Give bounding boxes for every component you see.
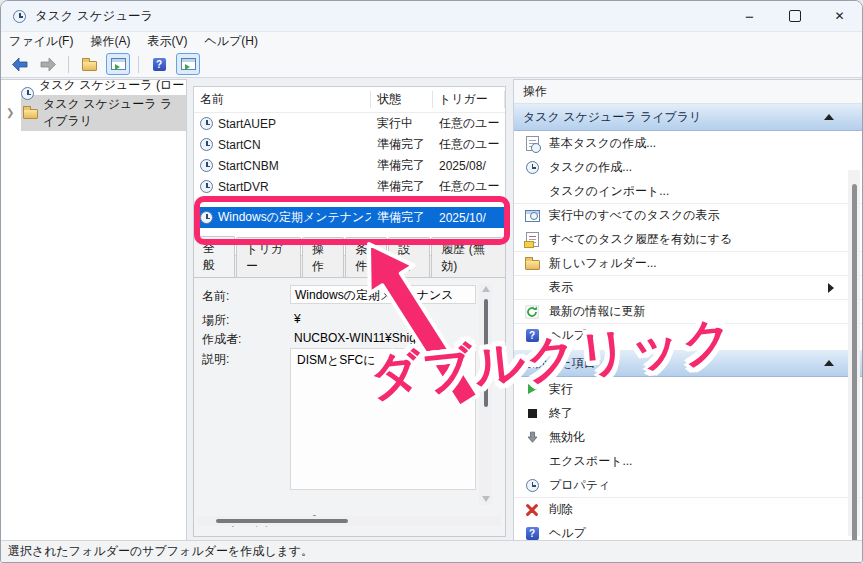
task-icon [200, 159, 213, 172]
tab-actions[interactable]: 操作 [302, 237, 344, 278]
task-row[interactable]: StartAUEP 実行中 任意のユー [194, 113, 505, 134]
action-properties[interactable]: プロパティ [514, 473, 862, 497]
action-refresh[interactable]: 最新の情報に更新 [514, 299, 862, 323]
action-end[interactable]: 終了 [514, 401, 862, 425]
task-details-pane: 全般 トリガー 操作 条件 設定 履歴 (無効) 名前: Windowsの定期メ… [193, 256, 506, 537]
menu-file[interactable]: ファイル(F) [9, 33, 73, 50]
actions-section-selected-header[interactable]: 選択した項目 [514, 350, 862, 377]
action-label: 最新の情報に更新 [549, 303, 646, 320]
menu-action[interactable]: 操作(A) [90, 33, 130, 50]
show-console-tree-button[interactable] [106, 53, 130, 75]
task-status: 実行中 [371, 115, 433, 132]
task-row-selected[interactable]: Windowsの定期メンテナンス 準備完了 2025/10/ [194, 207, 505, 228]
description-value[interactable]: DISMとSFCに [290, 348, 476, 490]
action-help-library[interactable]: ヘルプ [514, 323, 862, 347]
action-label: 無効化 [549, 429, 585, 446]
author-label: 作成者: [202, 331, 241, 348]
scrollbar-thumb[interactable] [216, 519, 348, 523]
description-label: 説明: [202, 351, 229, 368]
task-row[interactable]: StartDVR 準備完了 任意のユー [194, 176, 505, 197]
action-import-task[interactable]: タスクのインポート... [514, 179, 862, 203]
scroll-down-icon[interactable] [482, 496, 490, 502]
window-title: タスク スケジューラ [35, 8, 153, 25]
menu-bar: ファイル(F) 操作(A) 表示(V) ヘルプ(H) [1, 31, 862, 51]
show-action-pane-button[interactable] [176, 53, 200, 75]
task-row[interactable]: StartCN 準備完了 任意のユー [194, 134, 505, 155]
task-name: StartCNBM [218, 159, 279, 173]
actions-scrollbar[interactable] [848, 170, 860, 536]
action-delete[interactable]: 削除 [514, 497, 862, 521]
action-export[interactable]: エクスポート... [514, 449, 862, 473]
column-header-trigger[interactable]: トリガー [433, 91, 505, 108]
action-label: タスクの作成... [549, 159, 632, 176]
end-icon [528, 409, 537, 418]
action-disable[interactable]: 無効化 [514, 425, 862, 449]
maximize-button[interactable] [772, 1, 817, 31]
action-label: 実行中のすべてのタスクの表示 [549, 207, 720, 224]
status-bar: 選択されたフォルダーのサブフォルダーを作成します。 [1, 540, 862, 562]
menu-help[interactable]: ヘルプ(H) [204, 33, 258, 50]
section-header-label: 選択した項目 [523, 355, 596, 372]
close-button[interactable] [817, 1, 862, 31]
disable-icon [526, 430, 539, 444]
column-header-status[interactable]: 状態 [371, 91, 433, 108]
action-enable-task-history[interactable]: すべてのタスク履歴を有効にする [514, 227, 862, 251]
column-header-name[interactable]: 名前 [194, 91, 371, 108]
tree-item-library[interactable]: ❯ タスク スケジューラ ライブラリ [1, 103, 186, 122]
scrollbar-thumb[interactable] [852, 184, 857, 540]
forward-button[interactable] [36, 53, 60, 75]
tab-conditions[interactable]: 条件 [345, 237, 387, 278]
task-trigger: 2025/08/ [433, 159, 505, 173]
actions-pane-title: 操作 [514, 80, 862, 104]
back-button[interactable] [7, 53, 31, 75]
tab-general[interactable]: 全般 [193, 236, 235, 279]
create-task-icon [526, 161, 539, 174]
action-label: 削除 [549, 501, 573, 518]
action-view[interactable]: 表示 [514, 275, 862, 299]
tab-settings[interactable]: 設定 [388, 237, 430, 278]
action-create-basic-task[interactable]: 基本タスクの作成... [514, 131, 862, 155]
task-list: 名前 状態 トリガー StartAUEP 実行中 任意のユー StartCN 準… [193, 86, 506, 256]
help-toolbar-button[interactable] [147, 53, 171, 75]
collapse-icon[interactable] [824, 114, 834, 120]
details-horizontal-scrollbar[interactable] [198, 516, 501, 526]
task-name: StartAUEP [218, 117, 276, 131]
action-create-task[interactable]: タスクの作成... [514, 155, 862, 179]
task-status: 準備完了 [371, 178, 433, 195]
task-list-header: 名前 状態 トリガー [194, 87, 505, 113]
tab-triggers[interactable]: トリガー [236, 237, 301, 278]
library-folder-icon [23, 109, 38, 119]
scroll-up-icon[interactable] [482, 286, 490, 292]
minimize-button[interactable] [727, 1, 772, 31]
task-trigger: 2025/10/ [433, 211, 505, 225]
action-pane-icon [181, 58, 196, 70]
task-scheduler-window: タスク スケジューラ ファイル(F) 操作(A) 表示(V) ヘルプ(H) [0, 0, 863, 563]
task-row[interactable]: StartCNBM 準備完了 2025/08/ [194, 155, 505, 176]
task-icon [200, 117, 213, 130]
up-folder-button[interactable] [77, 53, 101, 75]
tab-history[interactable]: 履歴 (無効) [431, 237, 506, 278]
details-vertical-scrollbar[interactable] [479, 283, 492, 505]
scrollbar-thumb[interactable] [484, 299, 488, 407]
forward-arrow-icon [40, 57, 57, 72]
app-clock-icon [13, 10, 26, 23]
task-name: StartCN [218, 138, 261, 152]
expand-chevron-icon[interactable]: ❯ [6, 107, 16, 118]
action-label: ヘルプ [549, 327, 586, 344]
task-status: 準備完了 [371, 157, 433, 174]
back-arrow-icon [11, 57, 28, 72]
toolbar [1, 51, 862, 78]
collapse-icon[interactable] [824, 360, 834, 366]
action-help-selected[interactable]: ヘルプ [514, 521, 862, 540]
name-value: Windowsの定期メンテナンス [290, 285, 476, 304]
action-display-running-tasks[interactable]: 実行中のすべてのタスクの表示 [514, 203, 862, 227]
action-run[interactable]: 実行 [514, 377, 862, 401]
task-trigger: 任意のユー [433, 178, 505, 195]
action-new-folder[interactable]: 新しいフォルダー... [514, 251, 862, 275]
scheduler-icon [21, 87, 34, 100]
menu-view[interactable]: 表示(V) [147, 33, 187, 50]
section-header-label: タスク スケジューラ ライブラリ [523, 109, 701, 126]
task-icon [200, 138, 213, 151]
actions-section-library-header[interactable]: タスク スケジューラ ライブラリ [514, 104, 862, 131]
task-trigger: 任意のユー [433, 136, 505, 153]
